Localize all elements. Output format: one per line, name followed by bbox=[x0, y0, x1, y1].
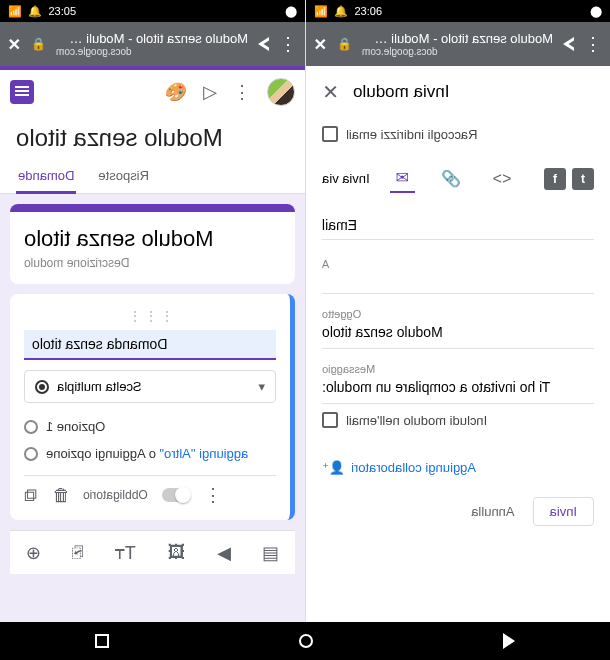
checkbox-icon[interactable] bbox=[322, 412, 338, 428]
embed-icon[interactable]: <> bbox=[487, 166, 518, 192]
card-title[interactable]: Modulo senza titolo bbox=[24, 226, 281, 252]
page-url: docs.google.com bbox=[56, 46, 248, 57]
to-label: A bbox=[322, 244, 594, 272]
send-dialog: Invia modulo ✕ Raccogli indirizzi email … bbox=[306, 66, 610, 622]
share-icon[interactable] bbox=[258, 37, 269, 51]
browser-chrome: ⋮ Modulo senza titolo - Moduli … docs.go… bbox=[306, 22, 610, 66]
video-icon[interactable]: ▶ bbox=[217, 542, 231, 564]
close-tab-icon[interactable]: ✕ bbox=[8, 35, 21, 54]
message-field[interactable]: Ti ho invitato a compilare un modulo: bbox=[322, 377, 594, 404]
lock-icon: 🔒 bbox=[31, 37, 46, 51]
section-icon[interactable]: ▤ bbox=[262, 542, 279, 564]
image-icon[interactable]: 🖼 bbox=[167, 542, 185, 563]
send-via-row: t f <> 🔗 ✉ Invia via bbox=[322, 156, 594, 201]
required-label: Obbligatorio bbox=[83, 488, 148, 502]
drag-handle-icon[interactable]: ⋮⋮⋮ bbox=[24, 308, 276, 324]
menu-icon[interactable]: ⋮ bbox=[279, 33, 297, 55]
avatar[interactable] bbox=[267, 78, 295, 106]
page-title: Modulo senza titolo - Moduli … bbox=[362, 31, 553, 46]
twitter-icon[interactable]: t bbox=[572, 168, 594, 190]
form-canvas: Modulo senza titolo Descrizione modulo ⋮… bbox=[0, 194, 305, 622]
nav-home-icon[interactable] bbox=[299, 634, 313, 648]
tab-questions[interactable]: Domande bbox=[16, 162, 76, 194]
message-label: Messaggio bbox=[322, 349, 594, 377]
question-card[interactable]: ⋮⋮⋮ Domanda senza titolo ▾ Scelta multip… bbox=[10, 294, 295, 520]
more-icon[interactable]: ⋮ bbox=[204, 484, 222, 506]
email-section: Email bbox=[322, 201, 594, 240]
facebook-icon[interactable]: f bbox=[544, 168, 566, 190]
checkbox-icon[interactable] bbox=[322, 126, 338, 142]
add-question-icon[interactable]: ⊕ bbox=[26, 542, 41, 564]
page-title: Modulo senza titolo - Moduli … bbox=[56, 31, 248, 46]
subject-field[interactable]: Modulo senza titolo bbox=[322, 322, 594, 349]
question-type-select[interactable]: ▾ Scelta multipla bbox=[24, 370, 276, 403]
copy-icon[interactable]: ⧉ bbox=[24, 485, 37, 506]
to-field[interactable] bbox=[322, 272, 594, 294]
status-bar: ⬤ 📶🔔23:06 bbox=[306, 0, 610, 22]
send-button[interactable]: Invia bbox=[533, 497, 594, 526]
email-icon[interactable]: ✉ bbox=[390, 164, 415, 193]
browser-chrome: ⋮ Modulo senza titolo - Moduli … docs.go… bbox=[0, 22, 305, 66]
share-icon[interactable] bbox=[563, 37, 574, 51]
close-tab-icon[interactable]: ✕ bbox=[314, 35, 327, 54]
collect-emails-row[interactable]: Raccogli indirizzi email bbox=[322, 118, 594, 156]
add-other-link[interactable]: aggiungi "Altro" bbox=[160, 446, 249, 461]
option-row[interactable]: Opzione 1 bbox=[24, 413, 276, 440]
palette-icon[interactable]: 🎨 bbox=[165, 81, 187, 103]
nav-recent-icon[interactable] bbox=[95, 634, 109, 648]
lock-icon: 🔒 bbox=[337, 37, 352, 51]
android-nav-bar bbox=[0, 622, 610, 660]
send-via-label: Invia via bbox=[322, 171, 370, 186]
import-icon[interactable]: ⎘ bbox=[72, 542, 83, 563]
dialog-title: Invia modulo bbox=[353, 82, 449, 102]
title-card[interactable]: Modulo senza titolo Descrizione modulo bbox=[10, 204, 295, 284]
question-title-input[interactable]: Domanda senza titolo bbox=[24, 330, 276, 360]
radio-icon bbox=[24, 447, 38, 461]
tab-responses[interactable]: Risposte bbox=[96, 162, 151, 193]
add-collaborators-link[interactable]: Aggiungi collaboratori 👤⁺ bbox=[322, 442, 594, 493]
card-desc[interactable]: Descrizione modulo bbox=[24, 256, 281, 270]
question-footer: ⋮ Obbligatorio 🗑 ⧉ bbox=[24, 475, 276, 506]
include-form-row[interactable]: Includi modulo nell'email bbox=[322, 404, 594, 442]
cancel-button[interactable]: Annulla bbox=[471, 504, 514, 519]
subject-label: Oggetto bbox=[322, 294, 594, 322]
add-toolbar: ▤ ▶ 🖼 Tᴛ ⎘ ⊕ bbox=[10, 530, 295, 574]
add-option-row[interactable]: aggiungi "Altro" o Aggiungi opzione bbox=[24, 440, 276, 467]
link-icon[interactable]: 🔗 bbox=[435, 165, 467, 192]
radio-icon bbox=[35, 380, 49, 394]
text-icon[interactable]: Tᴛ bbox=[115, 542, 136, 564]
status-bar: ⬤ 📶🔔23:05 bbox=[0, 0, 305, 22]
nav-back-icon[interactable] bbox=[503, 633, 515, 649]
close-icon[interactable]: ✕ bbox=[322, 80, 339, 104]
forms-logo-icon[interactable] bbox=[10, 80, 34, 104]
required-toggle[interactable] bbox=[162, 488, 190, 502]
person-add-icon: 👤⁺ bbox=[322, 460, 345, 475]
editor-toolbar: ⋮ ◁ 🎨 bbox=[0, 70, 305, 114]
chevron-down-icon: ▾ bbox=[258, 379, 265, 394]
page-url: docs.google.com bbox=[362, 46, 553, 57]
menu-icon[interactable]: ⋮ bbox=[584, 33, 602, 55]
send-icon[interactable]: ◁ bbox=[203, 81, 217, 103]
more-icon[interactable]: ⋮ bbox=[233, 81, 251, 103]
radio-icon bbox=[24, 420, 38, 434]
form-title[interactable]: Modulo senza titolo bbox=[0, 114, 305, 156]
trash-icon[interactable]: 🗑 bbox=[51, 485, 69, 506]
tabs: Risposte Domande bbox=[0, 156, 305, 194]
